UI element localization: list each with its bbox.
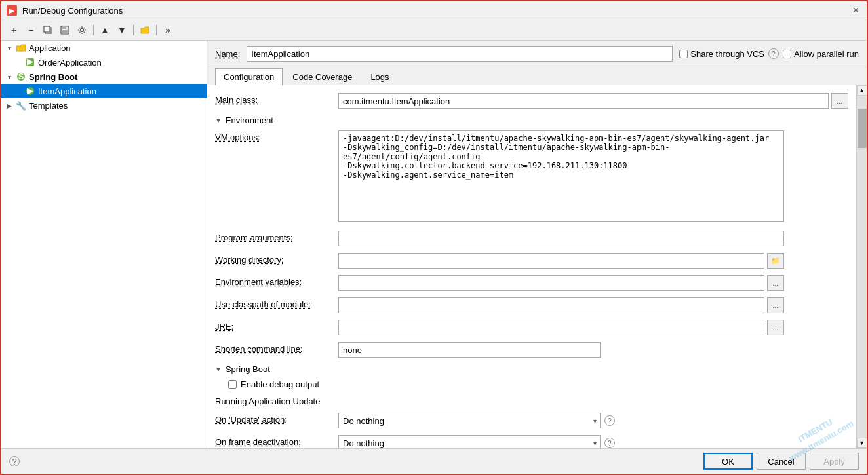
env-vars-row: Environment variables: ... (215, 275, 848, 291)
sidebar-label-spring-boot: Spring Boot (29, 72, 77, 82)
folder-icon-application (16, 43, 26, 53)
jre-browse-btn[interactable]: ... (767, 320, 784, 335)
up-button[interactable]: ▲ (98, 23, 112, 37)
toolbar-separator-2 (133, 25, 134, 35)
scroll-down-btn[interactable]: ▼ (857, 438, 867, 448)
vm-options-row: VM options: -javaagent:D:/dev/install/it… (215, 130, 848, 224)
share-vcs-label[interactable]: Share through VCS (679, 49, 764, 59)
environment-expand[interactable]: ▼ (215, 117, 222, 124)
jre-field: ... (338, 320, 848, 335)
program-args-field (338, 231, 848, 246)
classpath-input[interactable] (338, 297, 764, 313)
expand-icon-templates: ▶ (5, 102, 13, 109)
remove-button[interactable]: − (24, 23, 38, 37)
tab-code-coverage[interactable]: Code Coverage (284, 68, 361, 85)
main-class-input[interactable] (338, 93, 829, 109)
toolbar-separator-3 (156, 25, 157, 35)
wrench-icon: 🔧 (16, 100, 26, 111)
close-button[interactable]: × (850, 5, 861, 16)
shorten-cmd-dropdown[interactable]: none (338, 342, 601, 358)
app-icon-item: ▶ (25, 86, 35, 96)
tab-configuration[interactable]: Configuration (215, 68, 283, 85)
help-icon-update[interactable]: ? (604, 415, 615, 426)
save-button[interactable] (58, 23, 72, 37)
parallel-run-label[interactable]: Allow parallel run (783, 49, 859, 59)
scrollbar-thumb[interactable] (858, 109, 867, 148)
vm-options-label: VM options: (215, 130, 333, 142)
ok-button[interactable]: OK (703, 453, 753, 470)
title-bar: ▶ Run/Debug Configurations × (1, 1, 867, 20)
program-args-input[interactable] (338, 231, 784, 246)
svg-point-5 (81, 29, 84, 32)
sidebar-item-application-group[interactable]: ▾ Application (1, 41, 207, 55)
jre-input[interactable] (338, 320, 764, 335)
vcs-area: Share through VCS ? Allow parallel run (679, 48, 859, 59)
toolbar-separator (93, 25, 94, 35)
folder-button[interactable] (138, 23, 152, 37)
on-frame-dropdown[interactable]: Do nothing (338, 435, 601, 448)
settings-button[interactable] (75, 23, 89, 37)
add-button[interactable]: + (7, 23, 21, 37)
on-frame-field: Do nothing ▾ ? (338, 435, 848, 448)
toolbar: + − ▲ ▼ (1, 20, 867, 41)
main-class-field: ... (338, 93, 848, 109)
main-class-browse-btn[interactable]: ... (831, 93, 848, 109)
env-vars-browse-btn[interactable]: ... (767, 275, 784, 291)
on-update-dropdown[interactable]: Do nothing (338, 413, 601, 428)
cancel-button[interactable]: Cancel (757, 453, 806, 470)
name-input[interactable] (247, 46, 673, 62)
shorten-cmd-dropdown-wrapper: none (338, 342, 601, 358)
share-vcs-checkbox[interactable] (679, 50, 688, 58)
shorten-cmd-label: Shorten command line: (215, 342, 333, 354)
on-update-row: On 'Update' action: Do nothing ▾ ? (215, 413, 848, 428)
copy-button[interactable] (41, 23, 55, 37)
help-icon-vcs[interactable]: ? (768, 48, 779, 59)
help-icon-frame[interactable]: ? (604, 438, 615, 448)
svg-rect-1 (44, 26, 50, 32)
on-update-field: Do nothing ▾ ? (338, 413, 848, 428)
working-dir-browse-btn[interactable]: 📁 (767, 253, 784, 269)
on-frame-row: On frame deactivation: Do nothing ▾ ? (215, 435, 848, 448)
parallel-run-checkbox[interactable] (783, 50, 791, 58)
tab-logs[interactable]: Logs (362, 68, 397, 85)
enable-debug-checkbox[interactable] (228, 380, 237, 389)
sidebar-item-item-application[interactable]: ▾ ▶ ItemApplication (1, 84, 207, 98)
scroll-up-btn[interactable]: ▲ (857, 85, 867, 96)
classpath-browse-btn[interactable]: ... (767, 297, 784, 313)
spring-boot-expand[interactable]: ▼ (215, 366, 222, 373)
sidebar-item-templates-group[interactable]: ▶ 🔧 Templates (1, 98, 207, 113)
sidebar-label-application: Application (29, 43, 71, 53)
main-class-row: Main class: ... (215, 93, 848, 109)
sidebar-label-order: OrderApplication (38, 58, 102, 67)
scrollbar-track[interactable] (857, 96, 867, 438)
config-panel: Main class: ... ▼ Environment VM options… (207, 85, 856, 448)
settings-icon (77, 26, 87, 35)
working-dir-input[interactable] (338, 253, 764, 269)
folder-icon (140, 26, 149, 35)
save-icon (60, 26, 69, 35)
on-frame-label: On frame deactivation: (215, 435, 333, 447)
tabs-bar: Configuration Code Coverage Logs (207, 67, 867, 85)
sidebar-item-order-application[interactable]: ▾ ▶ OrderApplication (1, 55, 207, 69)
environment-section: ▼ Environment (215, 115, 848, 125)
down-button[interactable]: ▼ (115, 23, 129, 37)
title-bar-left: ▶ Run/Debug Configurations (7, 5, 123, 16)
app-icon-order: ▶ (25, 57, 35, 67)
name-label: Name: (215, 49, 240, 59)
vm-options-textarea[interactable]: -javaagent:D:/dev/install/itmentu/apache… (338, 130, 784, 222)
right-scrollbar[interactable]: ▲ ▼ (856, 85, 867, 448)
env-vars-input[interactable] (338, 275, 764, 291)
shorten-cmd-row: Shorten command line: none (215, 342, 848, 358)
apply-button[interactable]: Apply (810, 453, 859, 470)
more-button[interactable]: » (161, 23, 175, 37)
sidebar-item-spring-boot-group[interactable]: ▾ S Spring Boot (1, 69, 207, 84)
environment-label: Environment (226, 115, 273, 125)
svg-text:S: S (18, 72, 24, 81)
global-help-icon[interactable]: ? (9, 456, 20, 466)
classpath-label: Use classpath of module: (215, 297, 333, 309)
running-update-row: Running Application Update (215, 394, 848, 406)
svg-text:▶: ▶ (27, 86, 33, 96)
working-dir-label: Working directory: (215, 253, 333, 265)
enable-debug-row: Enable debug output (228, 379, 848, 389)
working-dir-row: Working directory: 📁 (215, 253, 848, 269)
